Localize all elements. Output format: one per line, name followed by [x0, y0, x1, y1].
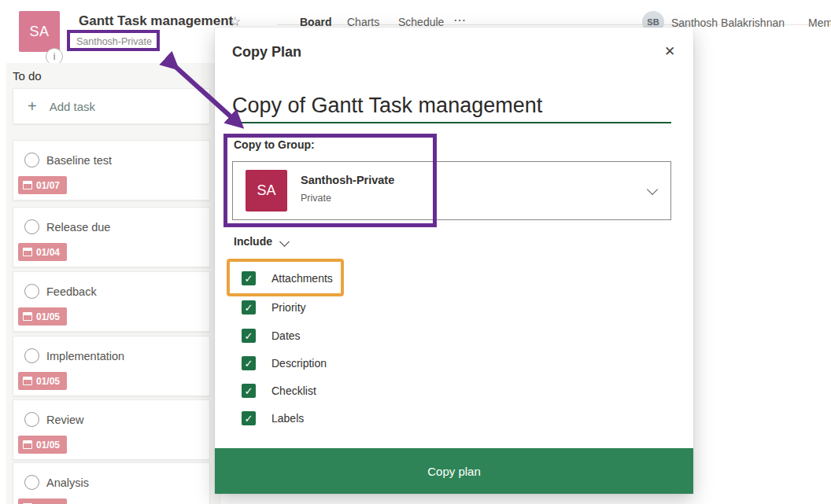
calendar-icon [23, 377, 32, 385]
column-title: To do [13, 69, 42, 83]
due-date-badge [18, 498, 67, 504]
complete-circle-icon[interactable] [24, 284, 39, 299]
plan-group-subtitle: Santhosh-Private [76, 36, 152, 47]
due-date-badge: 01/05 [18, 436, 67, 454]
option-labels[interactable]: ✓ Labels [242, 410, 304, 426]
due-date-badge: 01/05 [18, 307, 67, 326]
checkbox-checked-icon[interactable]: ✓ [242, 300, 256, 315]
task-card[interactable]: Review 01/05 [13, 399, 210, 460]
copy-plan-button[interactable]: Copy plan [215, 448, 693, 494]
task-title: Implementation [46, 350, 124, 362]
checkbox-checked-icon[interactable]: ✓ [242, 329, 256, 343]
complete-circle-icon[interactable] [24, 153, 39, 167]
complete-circle-icon[interactable] [24, 219, 39, 234]
due-date: 01/05 [36, 376, 60, 387]
task-title: Analysis [46, 476, 89, 489]
group-avatar: SA [246, 170, 287, 212]
group-select[interactable]: SA Santhosh-Private Private [232, 161, 671, 220]
complete-circle-icon[interactable] [24, 412, 39, 427]
chevron-down-icon[interactable] [279, 237, 290, 247]
group-name: Santhosh-Private [301, 174, 394, 186]
option-priority[interactable]: ✓ Priority [242, 300, 306, 315]
complete-circle-icon[interactable] [24, 475, 39, 490]
checkbox-checked-icon[interactable]: ✓ [242, 356, 256, 370]
more-tabs-icon[interactable]: ⋯ [453, 13, 467, 28]
calendar-icon [23, 440, 32, 449]
checkbox-checked-icon[interactable]: ✓ [242, 384, 256, 398]
option-attachments[interactable]: ✓ Attachments [242, 270, 333, 286]
plan-title: Gantt Task management [79, 13, 233, 29]
task-title: Review [46, 414, 84, 426]
chevron-down-icon [647, 184, 658, 195]
option-label: Labels [271, 412, 304, 425]
task-card[interactable]: Baseline test 01/07 [13, 140, 210, 200]
plan-name-input[interactable] [232, 89, 671, 123]
tab-board[interactable]: Board [300, 16, 331, 28]
checkbox-checked-icon[interactable]: ✓ [242, 271, 256, 285]
task-card[interactable]: Implementation 01/05 [13, 336, 210, 396]
option-label: Description [271, 357, 327, 370]
due-date: 01/05 [36, 311, 60, 322]
copy-plan-dialog: Copy Plan ✕ Copy to Group: SA Santhosh-P… [215, 28, 693, 494]
calendar-icon [23, 312, 32, 321]
checkbox-checked-icon[interactable]: ✓ [242, 411, 256, 425]
plus-icon: + [28, 97, 37, 116]
due-date: 01/05 [36, 440, 60, 451]
due-date: 01/04 [36, 247, 60, 258]
close-icon[interactable]: ✕ [660, 42, 679, 61]
members-link[interactable]: Mem [808, 17, 831, 29]
task-card[interactable]: Feedback 01/05 [13, 271, 210, 332]
task-card[interactable]: Analysis [13, 462, 210, 504]
option-checklist[interactable]: ✓ Checklist [242, 383, 316, 399]
due-date: 01/07 [36, 180, 60, 191]
task-card[interactable]: Release due 01/04 [13, 207, 210, 267]
option-label: Priority [271, 301, 306, 314]
copy-to-group-label: Copy to Group: [234, 138, 315, 151]
option-label: Dates [271, 329, 301, 342]
add-task-button[interactable]: + Add task [13, 88, 210, 124]
task-title: Feedback [46, 285, 97, 298]
include-label[interactable]: Include [234, 235, 272, 248]
due-date-badge: 01/07 [18, 176, 67, 194]
tab-charts[interactable]: Charts [347, 16, 379, 28]
option-label: Checklist [271, 384, 316, 397]
option-description[interactable]: ✓ Description [242, 355, 327, 371]
calendar-icon [23, 181, 32, 189]
plan-avatar: SA [19, 11, 60, 52]
add-task-label: Add task [50, 100, 95, 113]
complete-circle-icon[interactable] [24, 348, 39, 363]
group-privacy: Private [301, 193, 331, 204]
task-title: Release due [46, 221, 110, 234]
tab-schedule[interactable]: Schedule [398, 16, 444, 28]
due-date-badge: 01/04 [18, 243, 67, 261]
calendar-icon [23, 248, 32, 256]
dialog-title: Copy Plan [232, 44, 301, 61]
option-label: Attachments [271, 272, 333, 285]
task-title: Baseline test [46, 154, 112, 167]
due-date-badge: 01/05 [18, 372, 67, 390]
option-dates[interactable]: ✓ Dates [242, 328, 301, 344]
